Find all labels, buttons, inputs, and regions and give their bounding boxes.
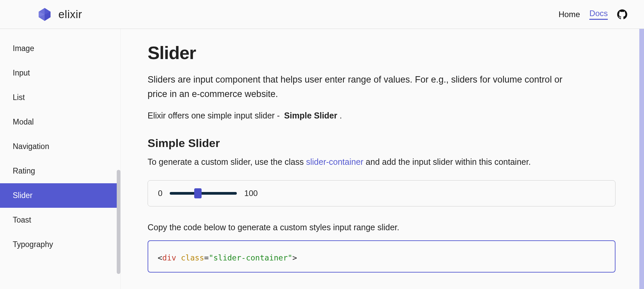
section-desc-highlight: slider-container xyxy=(306,157,363,166)
code-snippet[interactable]: <div class="slider-container"> xyxy=(148,240,615,272)
github-icon[interactable] xyxy=(617,9,627,19)
nav-home[interactable]: Home xyxy=(558,10,580,19)
section-desc-post: and add the input slider within this con… xyxy=(363,157,531,166)
copy-instruction: Copy the code below to generate a custom… xyxy=(148,223,617,232)
code-gt: > xyxy=(292,253,297,262)
sidebar-scrollbar[interactable] xyxy=(117,170,120,274)
code-val: slider-container xyxy=(213,253,288,262)
offers-text: Elixir offers one simple input slider - … xyxy=(148,111,617,121)
slider-min-label: 0 xyxy=(158,189,162,198)
nav-docs[interactable]: Docs xyxy=(589,9,608,20)
code-eq: = xyxy=(204,253,209,262)
main-content: Slider Sliders are input component that … xyxy=(121,29,644,289)
slider-demo-container: 0 100 xyxy=(148,180,615,206)
sidebar-item-navigation[interactable]: Navigation xyxy=(0,134,120,159)
offers-prefix: Elixir offers one simple input slider - xyxy=(148,111,282,120)
right-scrollbar[interactable] xyxy=(639,29,644,289)
sidebar-item-toast[interactable]: Toast xyxy=(0,208,120,232)
sidebar-item-modal[interactable]: Modal xyxy=(0,110,120,134)
sidebar-item-slider[interactable]: Slider xyxy=(0,183,120,208)
sidebar-item-image[interactable]: Image xyxy=(0,36,120,61)
elixir-logo-icon xyxy=(37,7,52,22)
sidebar: ImageInputListModalNavigationRatingSlide… xyxy=(0,29,121,289)
sidebar-item-input[interactable]: Input xyxy=(0,61,120,85)
top-nav: Home Docs xyxy=(558,9,627,20)
section-title: Simple Slider xyxy=(148,137,617,150)
slider-max-label: 100 xyxy=(244,189,258,198)
header: elixir Home Docs xyxy=(0,0,644,29)
logo[interactable]: elixir xyxy=(37,7,82,22)
code-lt: < xyxy=(158,253,162,262)
offers-bold: Simple Slider xyxy=(284,111,337,120)
code-tag: div xyxy=(162,253,176,262)
code-q2: " xyxy=(288,253,292,262)
section-desc-pre: To generate a custom slider, use the cla… xyxy=(148,157,306,166)
page-title: Slider xyxy=(148,42,617,63)
slider-track[interactable] xyxy=(170,192,237,195)
code-attr: class xyxy=(181,253,204,262)
page-description: Sliders are input component that helps u… xyxy=(148,73,584,101)
brand-name: elixir xyxy=(58,8,82,21)
sidebar-item-list[interactable]: List xyxy=(0,85,120,110)
sidebar-item-rating[interactable]: Rating xyxy=(0,159,120,183)
slider-thumb[interactable] xyxy=(194,188,202,198)
sidebar-item-typography[interactable]: Typography xyxy=(0,232,120,257)
offers-suffix: . xyxy=(337,111,342,120)
code-q1: " xyxy=(209,253,213,262)
section-description: To generate a custom slider, use the cla… xyxy=(148,157,617,167)
